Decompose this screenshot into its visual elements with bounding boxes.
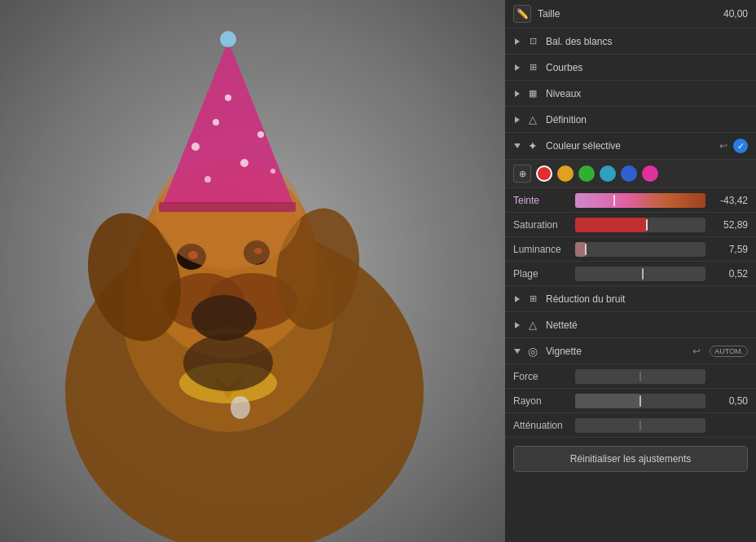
label-courbes: Courbes (546, 62, 748, 73)
section-courbes[interactable]: ⊞ Courbes (505, 55, 756, 81)
teinte-value: -43,42 (709, 195, 748, 206)
icon-nettete: △ (526, 319, 539, 332)
section-couleur-selective[interactable]: ✦ Couleur sélective ↩ ✓ (505, 133, 756, 160)
toggle-couleur (513, 142, 521, 150)
taille-label: Taille (538, 8, 723, 20)
checkmark-active[interactable]: ✓ (733, 139, 748, 153)
saturation-label: Saturation (513, 219, 572, 231)
section-reduction-bruit[interactable]: ⊞ Réduction du bruit (505, 286, 756, 312)
swatch-blue[interactable] (621, 165, 637, 182)
icon-niveaux: ▦ (526, 87, 539, 100)
rayon-label: Rayon (513, 395, 572, 407)
attenuation-slider[interactable] (575, 418, 705, 433)
svg-point-28 (183, 334, 273, 391)
section-vignette[interactable]: ◎ Vignette ↩ AUTOM. (505, 338, 756, 364)
swatches-row: ⊕ (505, 160, 756, 188)
rayon-value: 0,50 (709, 395, 748, 407)
force-row: Force (505, 364, 756, 389)
toggle-definition (513, 116, 521, 124)
swatch-red[interactable] (536, 165, 552, 182)
teinte-row: Teinte -43,42 (505, 188, 756, 213)
section-definition[interactable]: △ Définition (505, 107, 756, 133)
toggle-niveaux (513, 90, 521, 98)
toggle-vignette (513, 347, 521, 355)
section-bal-blancs[interactable]: ⊡ Bal. des blancs (505, 29, 756, 55)
icon-bal-blancs: ⊡ (526, 35, 539, 48)
plage-slider[interactable] (575, 267, 705, 281)
luminance-value: 7,59 (709, 244, 748, 255)
autom-badge[interactable]: AUTOM. (710, 346, 748, 357)
icon-couleur: ✦ (526, 139, 539, 152)
reset-couleur-icon[interactable]: ↩ (717, 139, 730, 152)
photo-area (0, 0, 505, 542)
plage-value: 0,52 (709, 268, 748, 280)
svg-point-27 (231, 396, 250, 419)
saturation-value: 52,89 (709, 219, 748, 231)
force-label: Force (513, 371, 572, 382)
reset-adjustments-button[interactable]: Réinitialiser les ajustements (513, 446, 748, 472)
section-nettete[interactable]: △ Netteté (505, 312, 756, 338)
label-definition: Définition (546, 114, 748, 126)
label-nettete: Netteté (546, 319, 748, 331)
teinte-slider[interactable] (575, 193, 705, 208)
teinte-label: Teinte (513, 195, 572, 206)
attenuation-row: Atténuation (505, 413, 756, 438)
swatch-magenta[interactable] (642, 165, 658, 182)
toggle-bal-blancs (513, 37, 521, 46)
toggle-reduction (513, 295, 521, 303)
svg-point-18 (240, 159, 248, 167)
icon-vignette: ◎ (526, 345, 539, 358)
label-vignette: Vignette (546, 346, 690, 357)
force-slider[interactable] (575, 369, 705, 384)
saturation-row: Saturation 52,89 (505, 213, 756, 237)
plage-label: Plage (513, 268, 572, 280)
taille-value: 40,00 (723, 8, 748, 20)
attenuation-label: Atténuation (513, 420, 572, 431)
rayon-slider[interactable] (575, 394, 705, 408)
brush-icon[interactable]: ✏️ (513, 5, 531, 23)
svg-point-21 (270, 169, 275, 174)
label-niveaux: Niveaux (546, 88, 748, 99)
swatch-green[interactable] (578, 165, 595, 182)
toggle-nettete (513, 321, 521, 329)
label-bal-blancs: Bal. des blancs (546, 36, 748, 47)
taille-row: ✏️ Taille 40,00 (505, 0, 756, 29)
swatch-orange[interactable] (557, 165, 574, 182)
svg-point-7 (191, 295, 257, 341)
svg-point-22 (225, 95, 231, 101)
icon-reduction: ⊞ (526, 293, 539, 306)
svg-point-17 (213, 119, 219, 126)
icon-courbes: ⊞ (526, 61, 539, 74)
plage-row: Plage 0,52 (505, 262, 756, 286)
icon-definition: △ (526, 113, 539, 126)
swatch-cyan[interactable] (600, 165, 616, 182)
rayon-row: Rayon 0,50 (505, 389, 756, 413)
svg-point-24 (220, 31, 236, 47)
saturation-slider[interactable] (575, 218, 705, 232)
color-picker-icon[interactable]: ⊕ (513, 165, 531, 183)
label-reduction: Réduction du bruit (546, 293, 748, 305)
label-couleur: Couleur sélective (546, 140, 717, 152)
toggle-courbes (513, 64, 521, 72)
adjustment-panel: ✏️ Taille 40,00 ⊡ Bal. des blancs ⊞ Cour… (505, 0, 756, 542)
svg-point-16 (191, 143, 200, 151)
section-niveaux[interactable]: ▦ Niveaux (505, 81, 756, 107)
reset-vignette-icon[interactable]: ↩ (690, 345, 703, 358)
luminance-slider[interactable] (575, 242, 705, 257)
svg-point-19 (257, 131, 264, 138)
svg-point-20 (204, 176, 211, 183)
svg-rect-23 (159, 202, 296, 212)
luminance-row: Luminance 7,59 (505, 237, 756, 262)
luminance-label: Luminance (513, 244, 572, 255)
